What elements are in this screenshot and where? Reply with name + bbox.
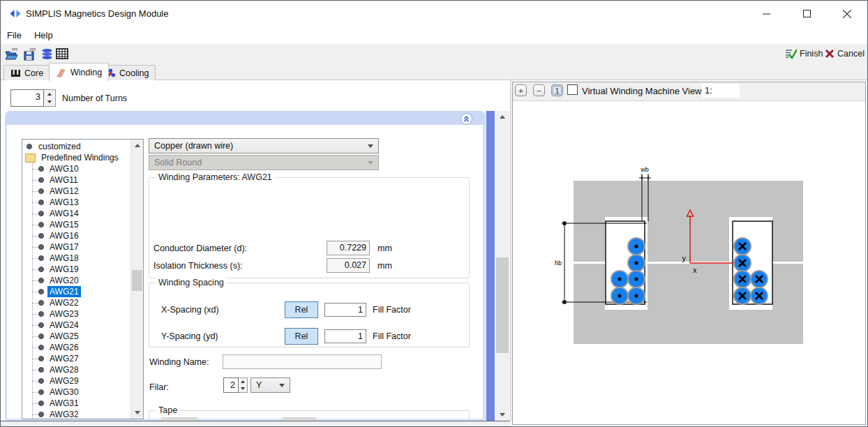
zoom-reset-button[interactable]: 1	[551, 84, 563, 96]
left-pane-scrollbar[interactable]	[495, 111, 509, 421]
tree-item-awg26[interactable]: AWG26	[22, 342, 131, 353]
dot-icon	[38, 222, 44, 227]
tree-item-label: AWG21	[47, 286, 81, 297]
current-out-dot-icon	[634, 294, 638, 297]
tree-item-awg12[interactable]: AWG12	[22, 186, 131, 197]
number-of-turns-stepper[interactable]	[44, 89, 56, 107]
tree-item-label: AWG27	[47, 353, 81, 364]
tab-core[interactable]: Core	[3, 65, 50, 80]
dot-icon	[38, 244, 44, 250]
step-down-icon[interactable]	[44, 98, 55, 107]
dot-icon	[38, 345, 44, 350]
isolation-thickness-field[interactable]: 0.027	[327, 258, 370, 273]
finish-button[interactable]: Finish	[785, 47, 823, 61]
wire-shape-select: Solid Round	[149, 155, 379, 170]
dot-icon	[38, 311, 44, 317]
y-spacing-fill-factor-input[interactable]: 1	[324, 329, 366, 343]
filar-count-input[interactable]: 2	[223, 377, 239, 393]
scroll-down-icon[interactable]	[495, 409, 509, 421]
isolation-thickness-unit: mm	[377, 261, 392, 271]
tree-item-awg25[interactable]: AWG25	[22, 331, 131, 342]
tree-item-awg29[interactable]: AWG29	[22, 375, 131, 387]
tree-item-label: AWG29	[47, 375, 81, 387]
save-design-button[interactable]	[22, 47, 38, 61]
step-up-icon[interactable]	[44, 90, 55, 98]
zoom-out-button[interactable]: −	[533, 84, 545, 96]
tab-winding[interactable]: Winding	[49, 63, 109, 81]
roll-panel-header	[5, 111, 485, 125]
dot-icon	[38, 389, 44, 395]
conductor-diameter-field[interactable]: 0.7229	[327, 241, 370, 255]
winding-name-input[interactable]	[223, 354, 382, 369]
spreadsheet-button[interactable]	[54, 47, 70, 61]
tree-item-label: AWG20	[47, 275, 81, 286]
collapse-panel-button[interactable]	[461, 113, 472, 125]
filar-mode-select[interactable]: Y	[250, 377, 290, 393]
tree-item-label: Predefined Windings	[39, 152, 121, 163]
tree-item-awg21[interactable]: AWG21	[22, 286, 131, 297]
conductor-diameter-unit: mm	[377, 244, 392, 253]
branch-line	[32, 370, 38, 370]
tree-item-awg24[interactable]: AWG24	[22, 320, 131, 331]
tree-item-awg11[interactable]: AWG11	[22, 174, 131, 186]
tree-scroll-up-icon[interactable]	[131, 140, 143, 151]
material-select[interactable]: Copper (drawn wire)	[149, 138, 379, 153]
step-down-icon[interactable]	[239, 385, 247, 392]
tree-item-predefined-windings[interactable]: Predefined Windings	[22, 152, 131, 163]
spreadsheet-icon	[56, 48, 68, 59]
x-spacing-fill-factor-input[interactable]: 1	[324, 303, 366, 317]
view-option-checkbox[interactable]	[567, 84, 578, 95]
tree-item-awg28[interactable]: AWG28	[22, 364, 131, 375]
winding-spacing-title: Winding Spacing	[156, 278, 227, 287]
y-spacing-rel-button[interactable]: Rel	[285, 328, 318, 345]
finish-label: Finish	[800, 49, 823, 59]
menu-file[interactable]: File	[1, 27, 28, 44]
tree-item-awg31[interactable]: AWG31	[22, 398, 131, 409]
tree-item-awg15[interactable]: AWG15	[22, 219, 131, 230]
branch-line	[32, 202, 38, 203]
tree-item-label: AWG18	[47, 253, 81, 264]
scrollbar-thumb[interactable]	[496, 257, 509, 353]
minimize-button[interactable]	[749, 1, 784, 27]
panel-scrollbar-accent[interactable]	[485, 111, 495, 421]
tree-item-label: customized	[36, 141, 83, 152]
finish-check-icon	[785, 48, 797, 59]
dot-icon	[38, 412, 44, 417]
filar-label: Filar:	[149, 382, 169, 392]
cancel-button[interactable]: Cancel	[825, 47, 865, 61]
tree-item-awg16[interactable]: AWG16	[22, 230, 131, 241]
tree-item-awg13[interactable]: AWG13	[22, 197, 131, 208]
menu-help[interactable]: Help	[28, 27, 59, 44]
tree-item-awg23[interactable]: AWG23	[22, 308, 131, 320]
tree-item-awg10[interactable]: AWG10	[22, 163, 131, 174]
tree-item-awg17[interactable]: AWG17	[22, 241, 131, 253]
open-design-button[interactable]	[4, 47, 20, 61]
tree-item-awg27[interactable]: AWG27	[22, 353, 131, 364]
tree-scroll-down-icon[interactable]	[131, 407, 143, 419]
close-button[interactable]	[830, 1, 865, 27]
tree-item-awg22[interactable]: AWG22	[22, 297, 131, 308]
tree-item-awg30[interactable]: AWG30	[22, 387, 131, 398]
branch-line	[32, 236, 38, 237]
zoom-in-button[interactable]: +	[515, 84, 527, 96]
step-up-icon[interactable]	[239, 378, 247, 385]
tree-scrollbar[interactable]	[130, 140, 143, 419]
branch-line	[32, 169, 38, 170]
tree-item-awg19[interactable]: AWG19	[22, 264, 131, 275]
number-of-turns-input[interactable]: 3	[10, 89, 44, 107]
maximize-button[interactable]	[789, 1, 824, 27]
scroll-up-icon[interactable]	[495, 111, 509, 123]
dot-icon	[38, 188, 44, 194]
tree-item-awg20[interactable]: AWG20	[22, 275, 131, 286]
tree-item-customized[interactable]: customized	[22, 141, 131, 152]
tree-item-awg18[interactable]: AWG18	[22, 253, 131, 264]
tree-item-awg14[interactable]: AWG14	[22, 208, 131, 219]
filar-count-stepper[interactable]	[239, 377, 248, 393]
tree-scrollbar-thumb[interactable]	[132, 270, 142, 291]
branch-line	[32, 414, 38, 415]
x-spacing-rel-button[interactable]: Rel	[285, 301, 318, 318]
database-button[interactable]	[39, 47, 54, 61]
cancel-x-icon	[825, 49, 835, 59]
tree-item-awg32[interactable]: AWG32	[22, 409, 131, 419]
branch-line	[32, 280, 38, 281]
